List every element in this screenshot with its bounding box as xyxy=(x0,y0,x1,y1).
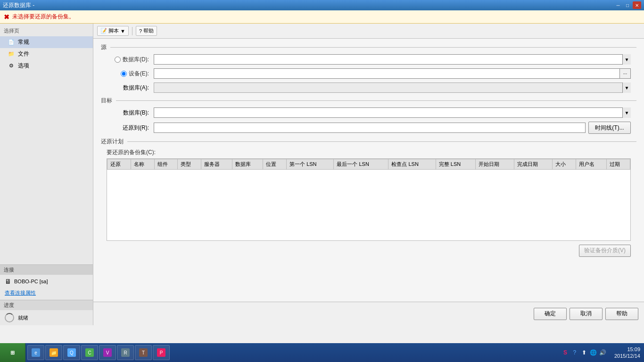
table-empty-row xyxy=(107,170,630,240)
clock-date: 2015/12/14 xyxy=(614,353,640,359)
progress-content: 就绪 xyxy=(0,310,93,325)
col-size: 大小 xyxy=(552,159,576,170)
target-section: 目标 数据库(B): ▼ 还原到(R): xyxy=(101,97,636,134)
device-input[interactable] xyxy=(154,68,619,79)
table-header-row: 还原 名称 组件 类型 服务器 数据库 位置 第一个 LSN 最后一个 LSN … xyxy=(107,159,630,170)
remote-icon: T xyxy=(139,348,148,357)
help-dialog-button[interactable]: 帮助 xyxy=(605,308,638,320)
folder-icon: 📁 xyxy=(8,50,15,58)
plan-section-line xyxy=(127,141,636,142)
title-bar-text: 还原数据库 - xyxy=(3,1,34,9)
sidebar-item-label-changgui: 常规 xyxy=(18,38,29,46)
target-db-select[interactable] xyxy=(154,107,631,118)
error-message: 未选择要还原的备份集。 xyxy=(12,13,74,21)
source-section-line xyxy=(110,47,636,48)
timeline-button[interactable]: 时间线(T)... xyxy=(588,122,631,134)
col-start-date: 开始日期 xyxy=(476,159,514,170)
toolbar: 📝 脚本 ▼ ? 帮助 xyxy=(93,24,644,39)
chrome-icon: C xyxy=(85,348,94,357)
device-radio[interactable] xyxy=(121,71,127,77)
connection-server: BOBO-PC [sa] xyxy=(14,279,48,284)
target-db-label: 数据库(B): xyxy=(123,109,149,116)
script-label: 脚本 xyxy=(108,27,119,34)
database-select[interactable] xyxy=(154,54,631,65)
clock-time: 15:09 xyxy=(614,346,640,353)
vs-icon: V xyxy=(103,348,112,357)
script-button[interactable]: 📝 脚本 ▼ xyxy=(97,26,129,36)
col-name: 名称 xyxy=(131,159,154,170)
device-input-group: ··· xyxy=(154,68,631,79)
browse-button[interactable]: ··· xyxy=(619,68,631,79)
minimize-button[interactable]: ─ xyxy=(614,1,622,9)
server-icon: 🖥 xyxy=(5,278,11,285)
col-last-lsn: 最后一个 LSN xyxy=(334,159,388,170)
paint-icon: P xyxy=(157,348,165,357)
col-position: 位置 xyxy=(263,159,287,170)
restore-to-label: 还原到(R): xyxy=(123,124,149,131)
title-bar: 还原数据库 - ─ □ ✕ xyxy=(0,0,644,10)
sidebar-item-xuanxiang[interactable]: ⚙ 选项 xyxy=(0,60,93,72)
qq-icon: Q xyxy=(67,348,76,357)
restore-button[interactable]: □ xyxy=(623,1,632,9)
script-icon: 📝 xyxy=(100,28,107,34)
progress-section-label: 进度 xyxy=(0,300,93,310)
sidebar-section-label: 选择页 xyxy=(0,25,93,36)
start-button[interactable]: ⊞ xyxy=(0,343,25,362)
sidebar-item-label-xuanxiang: 选项 xyxy=(18,62,29,70)
database-radio-label[interactable]: 数据库(D): xyxy=(123,56,149,64)
cancel-button[interactable]: 取消 xyxy=(570,308,603,320)
sidebar: 选择页 📄 常规 📁 文件 ⚙ 选项 连接 🖥 BOBO-PC [sa] 查看连… xyxy=(0,24,93,325)
col-restore: 还原 xyxy=(107,159,131,170)
connection-properties-link[interactable]: 查看连接属性 xyxy=(0,288,93,298)
ok-button[interactable]: 确定 xyxy=(534,308,567,320)
target-db-row: 数据库(B): ▼ xyxy=(101,107,636,118)
device-radio-label[interactable]: 设备(E): xyxy=(129,70,149,78)
connection-info: 🖥 BOBO-PC [sa] xyxy=(0,275,93,288)
help-button[interactable]: ? 帮助 xyxy=(136,26,157,36)
main-layout: 选择页 📄 常规 📁 文件 ⚙ 选项 连接 🖥 BOBO-PC [sa] 查看连… xyxy=(0,24,644,325)
help-label: 帮助 xyxy=(143,27,154,34)
col-database: 数据库 xyxy=(232,159,263,170)
sidebar-item-wenjian[interactable]: 📁 文件 xyxy=(0,48,93,60)
target-db-select-wrapper: ▼ xyxy=(154,107,631,118)
taskbar-item-paint[interactable]: P xyxy=(153,345,170,360)
error-bar: ✖ 未选择要还原的备份集。 xyxy=(0,10,644,24)
col-server: 服务器 xyxy=(201,159,232,170)
database-a-row: 数据库(A): ▼ xyxy=(101,82,636,93)
taskbar-items: e 📁 Q C V R T P xyxy=(25,345,558,360)
systray: S ? ⬆ 🌐 🔊 xyxy=(558,349,611,356)
sidebar-item-label-wenjian: 文件 xyxy=(18,50,29,58)
backup-table-container: 还原 名称 组件 类型 服务器 数据库 位置 第一个 LSN 最后一个 LSN … xyxy=(107,158,631,241)
sidebar-item-changgui[interactable]: 📄 常规 xyxy=(0,36,93,48)
taskbar-item-remote[interactable]: T xyxy=(135,345,152,360)
backup-set-label: 要还原的备份集(C): xyxy=(107,149,156,156)
col-type: 类型 xyxy=(178,159,201,170)
taskbar-item-qq[interactable]: Q xyxy=(63,345,80,360)
error-icon: ✖ xyxy=(4,13,9,21)
progress-spinner xyxy=(5,313,14,322)
taskbar-item-ie[interactable]: e xyxy=(27,345,44,360)
database-select-wrapper: ▼ xyxy=(154,54,631,65)
database-radio[interactable] xyxy=(115,57,121,63)
taskbar-item-chrome[interactable]: C xyxy=(81,345,98,360)
bottom-bar: 确定 取消 帮助 xyxy=(93,302,644,325)
ie-icon: e xyxy=(32,348,40,357)
target-section-title: 目标 xyxy=(101,97,112,105)
close-button[interactable]: ✕ xyxy=(633,1,641,9)
taskbar-item-folder[interactable]: 📁 xyxy=(45,345,62,360)
plan-section-title: 还原计划 xyxy=(101,138,124,146)
col-full-lsn: 完整 LSN xyxy=(436,159,476,170)
col-checkpoint-lsn: 检查点 LSN xyxy=(388,159,436,170)
col-username: 用户名 xyxy=(576,159,606,170)
validate-button[interactable]: 验证备份介质(V) xyxy=(579,245,631,257)
content-area: 📝 脚本 ▼ ? 帮助 源 xyxy=(93,24,644,325)
clock[interactable]: 15:09 2015/12/14 xyxy=(611,346,644,359)
database-a-select[interactable] xyxy=(154,82,631,93)
taskbar-item-resource[interactable]: R xyxy=(117,345,134,360)
folder-icon: 📁 xyxy=(50,348,58,357)
taskbar-item-vs[interactable]: V xyxy=(99,345,116,360)
restore-to-input[interactable] xyxy=(154,123,586,133)
device-radio-row: 设备(E): ··· xyxy=(101,68,636,79)
gear-icon: ⚙ xyxy=(8,62,15,70)
target-section-line xyxy=(116,100,636,101)
